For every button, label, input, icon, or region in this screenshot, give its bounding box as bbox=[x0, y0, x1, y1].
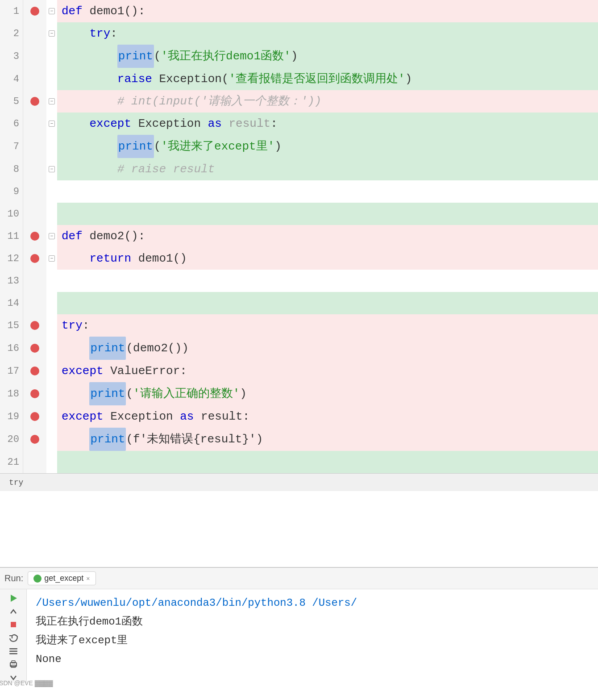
token-cmt: # int(input('请输入一个整数：')) bbox=[117, 90, 322, 112]
token-plain bbox=[62, 45, 117, 67]
token-plain: demo2(): bbox=[83, 225, 145, 247]
fold-icon[interactable]: − bbox=[49, 30, 55, 37]
code-content: try: bbox=[57, 314, 598, 337]
token-plain: demo1(): bbox=[83, 0, 145, 22]
token-plain: (f'未知错误{result}') bbox=[126, 428, 263, 450]
fold-area bbox=[46, 360, 57, 382]
token-kw: raise bbox=[117, 68, 152, 90]
breakpoint-area[interactable] bbox=[23, 451, 46, 473]
run-tab-bar: Run: get_except × bbox=[0, 568, 598, 589]
breakpoint-dot bbox=[30, 389, 39, 398]
code-content bbox=[57, 203, 598, 225]
fold-icon[interactable]: − bbox=[49, 121, 55, 127]
breakpoint-area[interactable] bbox=[23, 382, 46, 405]
breakpoint-area[interactable] bbox=[23, 135, 46, 158]
svg-rect-4 bbox=[9, 653, 17, 654]
token-fn: print bbox=[89, 382, 126, 405]
code-line: 4 raise Exception('查看报错是否返回到函数调用处') bbox=[0, 68, 598, 90]
run-tab-name: get_except bbox=[44, 574, 83, 583]
code-line: 7 print('我进来了except里') bbox=[0, 135, 598, 158]
code-line: 9 bbox=[0, 180, 598, 203]
breakpoint-area[interactable] bbox=[23, 314, 46, 337]
fold-area bbox=[46, 405, 57, 428]
fold-area bbox=[46, 45, 57, 68]
breakpoint-area[interactable] bbox=[23, 22, 46, 45]
line-number: 3 bbox=[0, 45, 23, 68]
token-plain: : bbox=[110, 22, 117, 45]
stop-button[interactable] bbox=[5, 619, 21, 630]
line-number: 15 bbox=[0, 314, 23, 337]
breakpoint-area[interactable] bbox=[23, 112, 46, 135]
line-number: 5 bbox=[0, 90, 23, 112]
fold-area: − bbox=[46, 112, 57, 135]
print-button[interactable] bbox=[5, 659, 21, 670]
token-plain: ( bbox=[154, 135, 161, 158]
run-label: Run: bbox=[4, 573, 23, 583]
code-line: 8− # raise result bbox=[0, 158, 598, 180]
breakpoint-area[interactable] bbox=[23, 270, 46, 292]
code-line: 17except ValueError: bbox=[0, 360, 598, 382]
code-content: def demo2(): bbox=[57, 225, 598, 247]
breakpoint-area[interactable] bbox=[23, 405, 46, 428]
python-icon bbox=[33, 575, 42, 583]
scroll-up-button[interactable] bbox=[5, 606, 21, 617]
fold-area bbox=[46, 337, 57, 360]
fold-icon[interactable]: − bbox=[49, 166, 55, 172]
run-tab[interactable]: get_except × bbox=[28, 571, 96, 585]
breakpoint-area[interactable] bbox=[23, 428, 46, 451]
breakpoint-area[interactable] bbox=[23, 45, 46, 68]
token-fn: print bbox=[117, 45, 154, 68]
code-line: 18 print('请输入正确的整数') bbox=[0, 382, 598, 405]
fold-icon[interactable]: − bbox=[49, 98, 55, 104]
breakpoint-area[interactable] bbox=[23, 90, 46, 112]
line-number: 18 bbox=[0, 382, 23, 405]
line-number: 6 bbox=[0, 112, 23, 135]
breakpoint-area[interactable] bbox=[23, 158, 46, 180]
breakpoint-dot bbox=[30, 7, 39, 16]
fold-icon[interactable]: − bbox=[49, 8, 55, 14]
breakpoint-dot bbox=[30, 97, 39, 106]
code-content: print(demo2()) bbox=[57, 337, 598, 360]
breakpoint-area[interactable] bbox=[23, 337, 46, 360]
token-plain bbox=[62, 337, 89, 359]
token-kw: as bbox=[180, 405, 194, 428]
code-content: print('我正在执行demo1函数') bbox=[57, 45, 598, 68]
fold-icon[interactable]: − bbox=[49, 255, 55, 262]
play-button[interactable] bbox=[5, 593, 21, 604]
token-fn: print bbox=[89, 428, 126, 451]
breakpoint-area[interactable] bbox=[23, 360, 46, 382]
run-tab-close[interactable]: × bbox=[86, 575, 90, 582]
token-kw: return bbox=[89, 247, 131, 270]
line-number: 4 bbox=[0, 68, 23, 90]
code-content bbox=[57, 451, 598, 473]
breakpoint-area[interactable] bbox=[23, 225, 46, 247]
code-line: 12− return demo1() bbox=[0, 247, 598, 270]
token-plain bbox=[62, 68, 117, 90]
breakpoint-area[interactable] bbox=[23, 247, 46, 270]
code-content: print('请输入正确的整数') bbox=[57, 382, 598, 405]
line-number: 8 bbox=[0, 158, 23, 180]
fold-icon[interactable]: − bbox=[49, 233, 55, 239]
output-line: 我正在执行demo1函数 bbox=[36, 612, 589, 631]
line-number: 10 bbox=[0, 203, 23, 225]
code-line: 1−def demo1(): bbox=[0, 0, 598, 22]
breakpoint-area[interactable] bbox=[23, 0, 46, 22]
svg-rect-1 bbox=[11, 622, 16, 627]
token-str: '我进来了except里' bbox=[161, 135, 274, 158]
breakpoint-area[interactable] bbox=[23, 68, 46, 90]
output-line: None bbox=[36, 650, 589, 669]
rerun-button[interactable] bbox=[5, 633, 21, 643]
token-kw: def bbox=[62, 0, 83, 22]
code-line: 11−def demo2(): bbox=[0, 225, 598, 247]
token-plain: : bbox=[83, 314, 90, 337]
breakpoint-area[interactable] bbox=[23, 203, 46, 225]
line-number: 16 bbox=[0, 337, 23, 360]
code-content bbox=[57, 292, 598, 314]
breakpoint-area[interactable] bbox=[23, 292, 46, 314]
token-plain bbox=[222, 112, 229, 135]
token-kw: except bbox=[89, 112, 131, 135]
breakpoint-area[interactable] bbox=[23, 180, 46, 203]
token-plain: demo1() bbox=[131, 247, 187, 270]
breakpoint-dot bbox=[30, 321, 39, 330]
settings-button[interactable] bbox=[5, 646, 21, 657]
